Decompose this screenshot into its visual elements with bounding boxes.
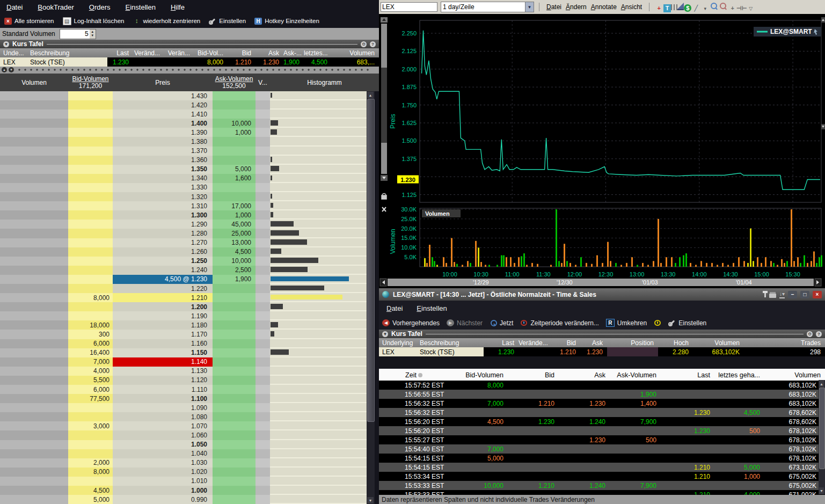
v-cell[interactable] xyxy=(255,229,270,238)
volume-cell[interactable] xyxy=(0,339,68,348)
price-cell[interactable]: 1.060 xyxy=(113,430,213,440)
price-cell[interactable]: 1.430 xyxy=(113,91,213,100)
v-cell[interactable] xyxy=(255,394,270,403)
volume-cell[interactable] xyxy=(0,91,68,100)
volume-cell[interactable] xyxy=(0,156,68,165)
timesales-titlebar[interactable]: LEX@SMART - [14:30 ... Jetzt] - Östliche… xyxy=(379,288,825,301)
printer-icon[interactable] xyxy=(769,294,776,298)
price-cell[interactable]: 1.280 xyxy=(113,229,213,238)
bid-volume-cell[interactable] xyxy=(68,156,113,165)
price-cell[interactable]: 1.220 xyxy=(113,284,213,293)
v-cell[interactable] xyxy=(255,468,270,477)
bid-volume-cell[interactable] xyxy=(68,174,113,183)
volume-cell[interactable] xyxy=(0,440,68,449)
bid-volume-cell[interactable] xyxy=(68,91,113,100)
ts-tb-umkehren[interactable]: RUmkehren xyxy=(606,319,647,327)
price-cell[interactable]: 1.160 xyxy=(113,339,213,348)
ask-volume-cell[interactable] xyxy=(213,293,255,302)
bid-volume-cell[interactable] xyxy=(68,119,113,128)
chart-menu-ansicht[interactable]: Ansicht xyxy=(619,3,644,11)
price-cell[interactable]: 1.210 xyxy=(113,293,213,302)
volume-cell[interactable] xyxy=(0,183,68,192)
bid-volume-cell[interactable]: 16,400 xyxy=(68,348,113,357)
bid-volume-cell[interactable] xyxy=(68,183,113,192)
help-icon[interactable]: ? xyxy=(816,331,822,337)
v-cell[interactable] xyxy=(255,293,270,302)
price-cell[interactable]: 1.290 xyxy=(113,220,213,229)
v-cell[interactable] xyxy=(255,201,270,210)
collapse-icon[interactable]: ▼ xyxy=(3,41,9,47)
ts-tb-zeitperiode-ver-ndern-[interactable]: Zeitperiode verändern... xyxy=(520,319,598,327)
volume-cell[interactable] xyxy=(0,220,68,229)
ts-tb-icon[interactable] xyxy=(654,319,661,326)
bid-volume-cell[interactable] xyxy=(68,284,113,293)
v-cell[interactable] xyxy=(255,348,270,357)
bid-volume-cell[interactable]: 8,000 xyxy=(68,293,113,302)
ts-menu-item-einstellen[interactable]: Einstellen xyxy=(417,304,447,312)
price-cell[interactable]: 1.030 xyxy=(113,458,213,468)
price-cell[interactable]: 1.270 xyxy=(113,238,213,247)
v-cell[interactable] xyxy=(255,109,270,119)
ask-volume-cell[interactable] xyxy=(213,367,255,376)
menu-item-booktrader[interactable]: BookTrader xyxy=(38,3,74,11)
move-icon[interactable]: + xyxy=(654,4,663,12)
bid-volume-cell[interactable]: 7,000 xyxy=(68,357,113,367)
volume-cell[interactable] xyxy=(0,128,68,137)
volume-cell[interactable] xyxy=(0,458,68,468)
volume-cell[interactable] xyxy=(0,210,68,220)
symbol-input[interactable] xyxy=(381,2,437,12)
volume-cell[interactable] xyxy=(0,137,68,146)
price-cell[interactable]: 1.340 xyxy=(113,174,213,183)
volume-cell[interactable] xyxy=(0,109,68,119)
chevron-down-icon[interactable]: ▼ xyxy=(525,2,534,12)
bid-volume-cell[interactable] xyxy=(68,229,113,238)
bid-volume-cell[interactable] xyxy=(68,147,113,156)
ask-volume-cell[interactable] xyxy=(213,385,255,394)
collapse-icon[interactable]: ▼ xyxy=(382,331,388,337)
ask-volume-cell[interactable] xyxy=(213,330,255,339)
volume-cell[interactable] xyxy=(0,430,68,440)
tb-hotkey-einzelheiten[interactable]: HHotkey Einzelheiten xyxy=(254,18,319,25)
price-cell[interactable]: 4,500 @ 1.230 xyxy=(113,275,213,284)
price-cell[interactable]: 1.050 xyxy=(113,440,213,449)
price-chart[interactable]: 2.2502.1252.0001.8751.7501.6251.5001.375… xyxy=(379,14,825,288)
ask-volume-cell[interactable] xyxy=(213,284,255,293)
ask-volume-cell[interactable]: 2,500 xyxy=(213,266,255,275)
price-cell[interactable]: 1.380 xyxy=(113,137,213,146)
ask-volume-cell[interactable] xyxy=(213,468,255,477)
ts-tb-n-chster[interactable]: ▶Nächster xyxy=(447,319,483,327)
volume-cell[interactable] xyxy=(0,320,68,330)
text-icon[interactable]: T xyxy=(663,4,671,12)
price-cell[interactable]: 1.120 xyxy=(113,376,213,385)
bid-volume-cell[interactable] xyxy=(68,238,113,247)
bid-volume-cell[interactable]: 3,000 xyxy=(68,421,113,430)
price-cell[interactable]: 1.140 xyxy=(113,357,213,367)
price-cell[interactable]: 1.360 xyxy=(113,156,213,165)
volume-cell[interactable] xyxy=(0,119,68,128)
ask-volume-cell[interactable] xyxy=(213,486,255,495)
ask-volume-cell[interactable] xyxy=(213,147,255,156)
volume-cell[interactable] xyxy=(0,348,68,357)
volume-cell[interactable] xyxy=(0,495,68,504)
volume-cell[interactable] xyxy=(0,147,68,156)
v-cell[interactable] xyxy=(255,266,270,275)
v-cell[interactable] xyxy=(255,376,270,385)
v-cell[interactable] xyxy=(255,100,270,109)
compare-icon[interactable]: ⊣⊢ xyxy=(737,4,746,12)
price-cell[interactable]: 1.070 xyxy=(113,421,213,430)
price-cell[interactable]: 1.250 xyxy=(113,257,213,266)
volume-cell[interactable] xyxy=(0,165,68,174)
v-cell[interactable] xyxy=(255,320,270,330)
v-cell[interactable] xyxy=(255,421,270,430)
v-cell[interactable] xyxy=(255,119,270,128)
crosshair-icon[interactable]: + xyxy=(728,4,737,12)
v-cell[interactable] xyxy=(255,339,270,348)
ask-volume-cell[interactable] xyxy=(213,339,255,348)
volume-cell[interactable] xyxy=(0,330,68,339)
bid-volume-cell[interactable]: 5,500 xyxy=(68,376,113,385)
ask-volume-cell[interactable] xyxy=(213,495,255,504)
ask-volume-cell[interactable]: 10,000 xyxy=(213,119,255,128)
collapse-icon[interactable]: ▽ xyxy=(746,5,755,13)
ask-volume-cell[interactable] xyxy=(213,192,255,201)
volume-cell[interactable] xyxy=(0,100,68,109)
